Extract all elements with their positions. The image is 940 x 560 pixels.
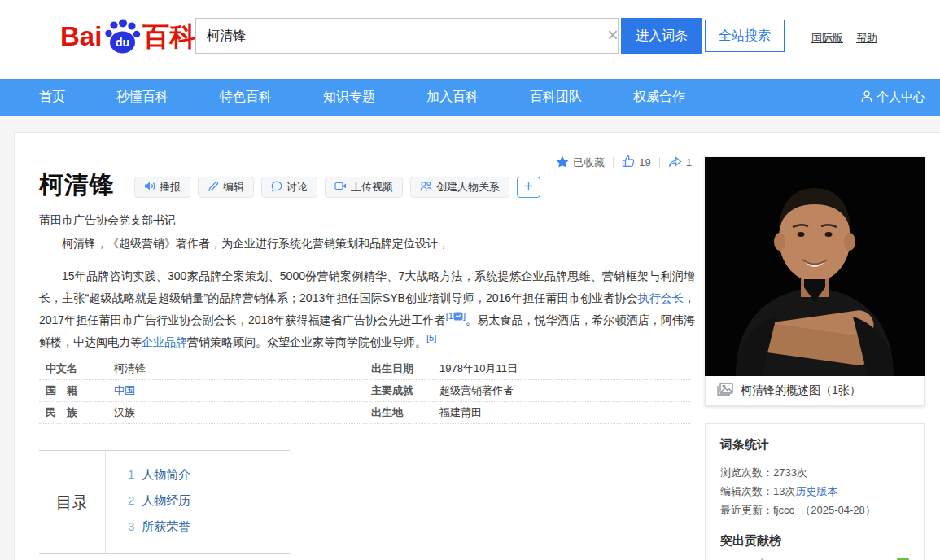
enter-entry-button[interactable]: 进入词条 [621, 18, 702, 54]
share-icon [668, 155, 682, 170]
divider [659, 157, 660, 168]
broadcast-button[interactable]: 播报 [134, 177, 190, 198]
info-label: 主要成就 [365, 383, 439, 398]
baidu-baike-page: Bai du 百科 × 进入词条 全站搜索 国际版 帮助 首页 秒懂百科 [0, 0, 940, 560]
logo-text-baike: 百科 [142, 19, 196, 55]
updater-name: fjccc [773, 504, 794, 516]
create-relation-button[interactable]: 创建人物关系 [410, 177, 509, 198]
edits-line: 编辑次数：13次历史版本 [720, 482, 909, 501]
table-row: 中文名 柯清锋 出生日期 1978年10月11日 [39, 358, 690, 380]
edit-button[interactable]: 编辑 [198, 177, 254, 198]
star-icon [556, 155, 569, 170]
link-qiyepinpai[interactable]: 企业品牌 [142, 335, 187, 348]
add-button[interactable] [517, 177, 540, 198]
favorited-button[interactable]: 已收藏 [556, 155, 605, 170]
user-center-button[interactable]: 个人中心 [861, 79, 925, 116]
like-button[interactable]: 19 [622, 155, 650, 170]
picture-icon [717, 383, 733, 399]
help-link[interactable]: 帮助 [856, 31, 877, 46]
upload-video-button[interactable]: 上传视频 [325, 177, 403, 198]
basic-info-table: 中文名 柯清锋 出生日期 1978年10月11日 国 籍 中国 主要成就 超级营… [39, 358, 690, 424]
table-row: 国 籍 中国 主要成就 超级营销著作者 [39, 380, 690, 402]
toc-number: 3 [128, 519, 134, 535]
reference-1[interactable]: [1] [446, 311, 466, 321]
site-search-button[interactable]: 全站搜索 [705, 20, 785, 52]
info-label: 民 族 [39, 405, 114, 420]
info-label: 国 籍 [39, 383, 114, 398]
baidu-paw-icon: du [103, 18, 141, 55]
broadcast-label: 播报 [160, 180, 181, 195]
nav-item-join[interactable]: 加入百科 [426, 89, 479, 106]
overview-photo-card: 柯清锋的概述图（1张） [705, 157, 925, 406]
top-header: Bai du 百科 × 进入词条 全站搜索 国际版 帮助 [0, 0, 940, 79]
plus-icon [523, 180, 534, 195]
nav-item-quanwei[interactable]: 权威合作 [633, 89, 685, 106]
video-camera-icon [334, 181, 347, 194]
info-value: 超级营销著作者 [439, 383, 514, 398]
contribution-board-title: 突出贡献榜 [720, 533, 909, 549]
user-center-label: 个人中心 [877, 90, 925, 105]
toc-label: 所获荣誉 [142, 519, 190, 535]
info-value: 1978年10月11日 [439, 361, 518, 376]
portrait-photo[interactable] [705, 157, 925, 376]
views-count: 2733次 [773, 466, 807, 479]
photo-caption-bar[interactable]: 柯清锋的概述图（1张） [705, 376, 925, 406]
entry-stats-card: 词条统计 浏览次数：2733次 编辑次数：13次历史版本 最近更新：fjccc … [705, 423, 925, 560]
paragraph-text: 15年品牌咨询实践、300家品牌全案策划、5000份营销案例精华、7大战略方法，… [39, 269, 695, 304]
edit-label: 编辑 [223, 180, 244, 195]
nav-item-miaodong[interactable]: 秒懂百科 [116, 89, 168, 106]
info-label: 中文名 [39, 361, 114, 376]
divider [613, 157, 614, 168]
share-button[interactable]: 1 [668, 155, 692, 170]
page-title: 柯清锋 [39, 168, 115, 202]
baidu-baike-logo[interactable]: Bai du 百科 [60, 18, 196, 55]
table-row: 民 族 汉族 出生地 福建莆田 [39, 402, 690, 424]
info-label: 出生地 [365, 405, 439, 420]
discuss-button[interactable]: 讨论 [261, 177, 317, 198]
edits-count: 13次 [773, 485, 795, 497]
discuss-label: 讨论 [286, 180, 308, 195]
toc-list: 1 人物简介 2 人物经历 3 所获荣誉 [106, 451, 190, 553]
update-date: （2025-04-28） [800, 504, 876, 516]
nav-item-team[interactable]: 百科团队 [530, 89, 582, 106]
entry-subtitle: 莆田市广告协会党支部书记 [39, 213, 176, 228]
update-line: 最近更新：fjccc （2025-04-28） [720, 501, 909, 519]
nav-item-home[interactable]: 首页 [39, 89, 65, 106]
toc-label: 人物简介 [142, 467, 190, 483]
share-count: 1 [686, 156, 692, 168]
main-nav: 首页 秒懂百科 特色百科 知识专题 加入百科 百科团队 权威合作 个人中心 [0, 79, 940, 116]
history-versions-link[interactable]: 历史版本 [795, 485, 837, 497]
table-of-contents: 目录 1 人物简介 2 人物经历 3 所获荣誉 [39, 450, 290, 554]
summary-paragraph-2: 15年品牌咨询实践、300家品牌全案策划、5000份营销案例精华、7大战略方法，… [39, 265, 695, 353]
stats-title: 词条统计 [720, 437, 909, 453]
person-icon [861, 90, 872, 105]
chat-bubble-icon [271, 181, 282, 195]
favorited-label: 已收藏 [573, 155, 605, 170]
speaker-icon [144, 181, 155, 194]
photo-caption-text: 柯清锋的概述图（1张） [741, 383, 861, 398]
social-row: 已收藏 19 1 [39, 155, 692, 170]
toc-number: 1 [128, 467, 134, 483]
paragraph-text: 营销策略顾问。众望企业家等商学院创业导师。 [187, 335, 426, 348]
info-value-link-china[interactable]: 中国 [114, 383, 135, 398]
nav-item-tese[interactable]: 特色百科 [220, 89, 272, 106]
toc-title: 目录 [39, 451, 106, 553]
international-version-link[interactable]: 国际版 [811, 31, 843, 46]
summary-paragraph-1: 柯清锋，《超级营销》著作者，为企业进行系统化营销策划和品牌定位设计， [39, 233, 695, 255]
thumbs-up-icon [622, 155, 635, 170]
svg-text:du: du [116, 36, 129, 49]
pencil-icon [208, 181, 219, 195]
toc-label: 人物经历 [142, 493, 190, 509]
upload-video-label: 上传视频 [351, 180, 393, 195]
toc-item-3[interactable]: 3 所获荣誉 [128, 519, 190, 535]
views-line: 浏览次数：2733次 [720, 463, 909, 482]
link-zhixinghuizhang[interactable]: 执行会长 [638, 291, 684, 304]
reference-5[interactable]: [5] [426, 333, 436, 343]
search-input[interactable] [195, 18, 619, 54]
toc-item-1[interactable]: 1 人物简介 [128, 467, 190, 483]
logo-text-bai: Bai [60, 21, 102, 52]
nav-item-zhishi[interactable]: 知识专题 [323, 89, 375, 106]
toc-item-2[interactable]: 2 人物经历 [128, 493, 190, 509]
info-label: 出生日期 [365, 361, 439, 376]
action-row: 播报 编辑 讨论 上传视 [134, 177, 540, 198]
